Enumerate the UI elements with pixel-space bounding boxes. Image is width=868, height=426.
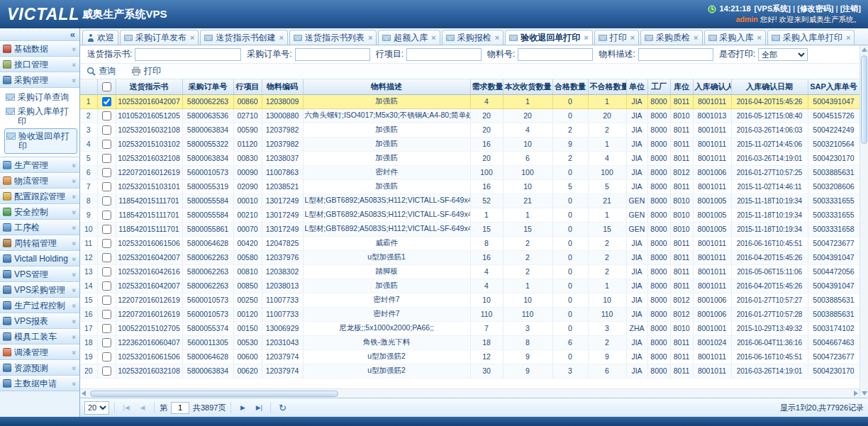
sidebar-group-master-data-request[interactable]: 主数据申请» [0, 376, 79, 391]
sidebar-group-resource-forecast[interactable]: 资源预测» [0, 360, 79, 376]
vertical-scrollbar[interactable] [859, 45, 868, 398]
line-item-filter-input[interactable] [406, 48, 482, 61]
tab-送货指示书列表[interactable]: 送货指示书列表× [289, 30, 377, 45]
table-row[interactable]: 110253201604200758000622630086012038009加… [80, 94, 859, 108]
row-checkbox[interactable] [102, 253, 111, 262]
tab-欢迎[interactable]: 欢迎 [82, 30, 118, 45]
table-row[interactable]: 811854201511170158000555840001013017249L… [80, 194, 859, 208]
column-header-material-code[interactable]: 物料编码 [262, 79, 303, 94]
tab-采购入库[interactable]: 采购入库× [704, 30, 766, 45]
table-row[interactable]: 1910253201606150658000646280060012037974… [80, 349, 859, 364]
tab-采购质检[interactable]: 采购质检× [640, 30, 702, 45]
tab-采购订单发布[interactable]: 采购订单发布× [120, 30, 199, 45]
print-status-filter-select[interactable]: 全部 [758, 48, 808, 61]
table-row[interactable]: 1110253201606150658000646280042012047825… [80, 236, 859, 250]
sidebar-group-paint-mgmt[interactable]: 调漆管理» [0, 344, 79, 360]
scroll-up-arrow-icon[interactable] [862, 47, 867, 52]
table-row[interactable]: 410253201510310258000553220112012037982加… [80, 137, 859, 151]
row-checkbox[interactable] [102, 338, 111, 347]
row-checkbox[interactable] [102, 125, 111, 135]
scroll-left-arrow-icon[interactable] [82, 391, 86, 396]
table-row[interactable]: 710253201510310158000553190209012038521加… [80, 179, 859, 194]
table-row[interactable]: 1210253201604200758000622630058012037976… [80, 250, 859, 264]
tab-送货指示书创建[interactable]: 送货指示书创建× [200, 30, 287, 45]
scroll-right-arrow-icon[interactable] [854, 391, 858, 396]
row-checkbox[interactable] [102, 324, 111, 333]
sidebar-group-victall-holding[interactable]: Victall Holding» [0, 251, 79, 267]
tab-close-icon[interactable]: × [431, 33, 435, 42]
sidebar-collapse-button[interactable]: « [0, 28, 79, 41]
tab-close-icon[interactable]: × [190, 33, 194, 42]
material-desc-filter-input[interactable] [638, 48, 713, 61]
table-row[interactable]: 2010253201603210858000638340062012037974… [80, 364, 859, 378]
column-header-received-qty[interactable]: 本次收货数量 [503, 79, 552, 94]
row-checkbox[interactable] [102, 267, 111, 276]
column-header-confirm-date[interactable]: 入库确认日期 [731, 79, 808, 94]
material-number-filter-input[interactable] [518, 48, 593, 61]
column-header-req-qty[interactable]: 需求数量 [470, 79, 503, 94]
sidebar-group-mold-tooling[interactable]: 模具工装车» [0, 329, 79, 344]
tab-打印[interactable]: 打印× [594, 30, 639, 45]
column-header-confirmer[interactable]: 入库确认人 [693, 79, 731, 94]
po-number-filter-input[interactable] [295, 48, 370, 61]
row-checkbox[interactable] [102, 239, 111, 248]
tab-close-icon[interactable]: × [368, 33, 372, 42]
column-header-plant[interactable]: 工厂 [647, 79, 670, 94]
row-checkbox[interactable] [102, 296, 111, 305]
column-header-sap-doc-no[interactable]: SAP入库单号 [808, 79, 859, 94]
row-checkbox[interactable] [102, 168, 111, 177]
row-checkbox[interactable] [102, 196, 111, 206]
table-row[interactable]: 210105201605120558000635360271013000880六… [80, 108, 859, 123]
first-page-button[interactable]: |◀ [120, 401, 133, 414]
table-row[interactable]: 1812236201606040756000113050053012031043… [80, 335, 859, 349]
delivery-note-filter-input[interactable] [135, 48, 241, 61]
horizontal-scrollbar[interactable] [80, 388, 859, 398]
tab-close-icon[interactable]: × [630, 33, 635, 42]
table-row[interactable]: 1011854201511170158000558610007013017249… [80, 222, 859, 236]
sidebar-group-base-data[interactable]: 基础数据» [0, 41, 79, 57]
table-row[interactable]: 1512207201601261956000105730025011007733… [80, 293, 859, 307]
print-button[interactable]: 打印 [128, 65, 165, 78]
column-header-delivery-note[interactable]: 送货指示书 [116, 79, 182, 94]
refresh-button[interactable]: ↻ [276, 401, 289, 414]
sidebar-item[interactable]: 采购订单查询 [4, 90, 77, 104]
column-header-unqualified-qty[interactable]: 不合格数量 [588, 79, 626, 94]
tab-close-icon[interactable]: × [584, 33, 588, 42]
row-checkbox[interactable] [102, 366, 111, 376]
row-checkbox[interactable] [102, 182, 111, 191]
column-header-unit[interactable]: 单位 [626, 79, 647, 94]
tab-close-icon[interactable]: × [495, 33, 499, 42]
vertical-scroll-thumb[interactable] [861, 55, 867, 144]
table-row[interactable]: 510253201603210858000638340083012038037加… [80, 151, 859, 165]
scroll-down-arrow-icon[interactable] [862, 391, 867, 396]
tab-close-icon[interactable]: × [846, 33, 850, 42]
tab-close-icon[interactable]: × [694, 33, 698, 42]
tab-close-icon[interactable]: × [279, 33, 283, 42]
sidebar-group-vps-reports[interactable]: VPS报表» [0, 313, 79, 329]
row-checkbox[interactable] [102, 310, 111, 319]
column-header-qualified-qty[interactable]: 合格数量 [552, 79, 588, 94]
row-checkbox[interactable] [102, 97, 111, 106]
tab-采购入库单打印[interactable]: 采购入库单打印× [767, 30, 855, 45]
table-row[interactable]: 911854201511170158000555840021013017249L… [80, 208, 859, 222]
row-checkbox[interactable] [102, 140, 111, 149]
sidebar-group-production-mgmt[interactable]: 生产管理» [0, 157, 79, 173]
sidebar-group-interface-mgmt[interactable]: 接口管理» [0, 57, 79, 72]
row-checkbox[interactable] [102, 154, 111, 163]
table-row[interactable]: 1410253201604200758000622630085012038013… [80, 279, 859, 293]
column-header-line-item[interactable]: 行项目 [233, 79, 262, 94]
next-page-button[interactable]: ▶ [236, 401, 249, 414]
page-number-input[interactable] [171, 402, 189, 414]
sidebar-group-container-mgmt[interactable]: 周转箱管理» [0, 235, 79, 251]
sidebar-group-purchase-mgmt[interactable]: 采购管理» [0, 72, 79, 88]
sidebar-item[interactable]: 验收退回单打印 [4, 128, 77, 154]
table-row[interactable]: 1612207201601261956000105730012011007733… [80, 307, 859, 321]
last-page-button[interactable]: ▶| [252, 401, 265, 414]
header-link[interactable]: [注销] [840, 4, 861, 13]
prev-page-button[interactable]: ◀ [136, 401, 149, 414]
row-checkbox[interactable] [102, 111, 111, 120]
sidebar-item[interactable]: 采购入库单打印 [4, 104, 77, 128]
tab-采购报检[interactable]: 采购报检× [442, 30, 503, 45]
header-link[interactable]: [修改密码] [797, 4, 833, 13]
header-link[interactable]: [VPS系统] [755, 4, 791, 13]
